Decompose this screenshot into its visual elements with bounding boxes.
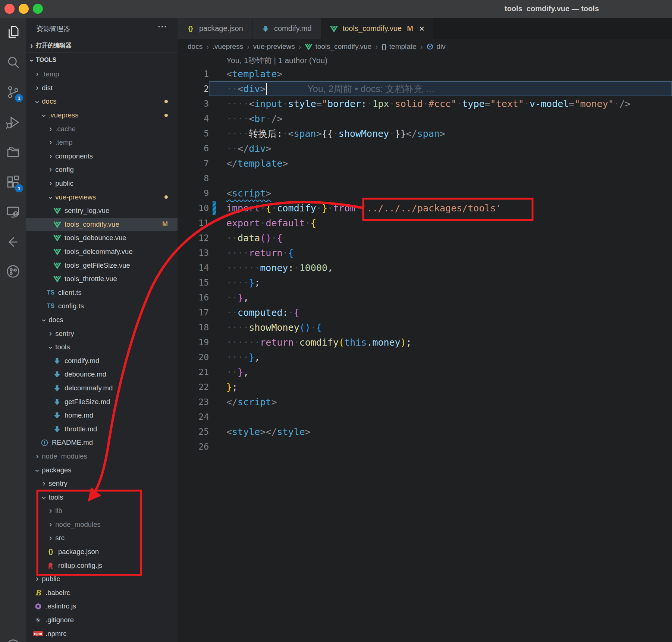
tree-item-delcommafy.md[interactable]: delcommafy.md	[26, 381, 178, 395]
close-icon[interactable]: ×	[419, 23, 424, 34]
tree-item-sentry-log.vue[interactable]: sentry_log.vue	[26, 204, 178, 218]
tree-item-tools-debounce.vue[interactable]: tools_debounce.vue	[26, 231, 178, 245]
tree-item-.babelrc[interactable]: B.babelrc	[26, 586, 178, 600]
more-actions-icon[interactable]: ⋯	[157, 21, 168, 32]
breadcrumb-item-vue-previews[interactable]: vue-previews	[253, 43, 295, 51]
vue-icon	[53, 221, 61, 228]
chevron-right-icon: ›	[49, 520, 52, 529]
explorer-header: 资源管理器 ⋯	[26, 18, 178, 39]
tab-package.json[interactable]: {}package.json	[178, 18, 252, 39]
tree-item-tools-delcommafy.vue[interactable]: tools_delcommafy.vue	[26, 245, 178, 259]
tree-item-debounce.md[interactable]: debounce.md	[26, 368, 178, 381]
minimize-window-button[interactable]	[19, 4, 29, 14]
tree-item-readme.md[interactable]: README.md	[26, 436, 178, 450]
tree-item-config.ts[interactable]: TSconfig.ts	[26, 299, 178, 313]
breadcrumb-item-.vuepress[interactable]: .vuepress	[213, 43, 243, 51]
tab-comdify.md[interactable]: comdify.md	[252, 18, 321, 39]
gitlens-icon[interactable]	[0, 230, 26, 254]
tree-item-label: client.ts	[58, 289, 82, 297]
tree-item-sentry[interactable]: ›sentry	[26, 477, 178, 491]
tree-item-.cache[interactable]: ›.cache	[26, 122, 178, 136]
tree-item-node-modules[interactable]: ›node_modules	[26, 518, 178, 532]
open-editors-section[interactable]: › 打开的编辑器	[26, 39, 178, 52]
tree-item-label: .gitignore	[45, 616, 74, 624]
tree-item-.eslintrc.js[interactable]: .eslintrc.js	[26, 599, 178, 613]
search-icon[interactable]	[0, 50, 26, 74]
line-number: 24	[178, 412, 209, 422]
tree-item-label: docs	[48, 316, 63, 324]
tree-item-public[interactable]: ›public	[26, 177, 178, 191]
account-icon[interactable]	[0, 634, 26, 642]
code-line-26: 26	[178, 439, 672, 454]
tree-item-label: .eslintrc.js	[45, 602, 76, 610]
line-number: 26	[178, 442, 209, 451]
tree-item-tools-throttle.vue[interactable]: tools_throttle.vue	[26, 272, 178, 286]
tree-item-tools-getfilesize.vue[interactable]: tools_getFileSize.vue	[26, 258, 178, 272]
source-control-icon[interactable]: 1	[0, 80, 26, 104]
tree-item-tools-comdify.vue[interactable]: tools_comdify.vueM	[26, 218, 178, 232]
tree-item-dist[interactable]: ›dist	[26, 81, 178, 95]
tree-item-client.ts[interactable]: TSclient.ts	[26, 286, 178, 300]
tree-item-components[interactable]: ›components	[26, 150, 178, 163]
line-number: 25	[178, 427, 209, 437]
tree-item-.temp[interactable]: ›.temp	[26, 67, 178, 81]
explorer-title: 资源管理器	[37, 24, 70, 33]
breadcrumb-separator: ›	[420, 43, 423, 51]
code-line-1: 1<template>	[178, 66, 672, 81]
tree-item-.npmrc[interactable]: npm.npmrc	[26, 627, 178, 641]
code-line-content: ····},	[209, 350, 672, 365]
tree-item-throttle.md[interactable]: throttle.md	[26, 422, 178, 436]
tree-item-home.md[interactable]: home.md	[26, 409, 178, 422]
tree-item-tools[interactable]: ›tools	[26, 340, 178, 354]
chevron-down-icon: ›	[33, 101, 41, 103]
remote-explorer-icon[interactable]	[0, 200, 26, 224]
code-line-17: 17··computed:·{	[178, 305, 672, 320]
code-line-15: 15····};	[178, 275, 672, 290]
breadcrumb-item-template[interactable]: {}template	[381, 43, 417, 51]
tree-item-lib[interactable]: ›lib	[26, 504, 178, 518]
tree-item-config[interactable]: ›config	[26, 163, 178, 177]
code-line-content: ······return·comdify(this.money);	[209, 335, 672, 350]
tree-item-src[interactable]: ›src	[26, 531, 178, 545]
tree-item-.temp[interactable]: ›.temp	[26, 136, 178, 150]
tree-item-.vuepress[interactable]: ›.vuepress	[26, 108, 178, 122]
tree-item-public[interactable]: ›public	[26, 572, 178, 586]
close-window-button[interactable]	[4, 4, 15, 14]
tree-item-comdify.md[interactable]: comdify.md	[26, 354, 178, 368]
tree-item-packages[interactable]: ›packages	[26, 463, 178, 477]
code-line-6: 6··</div>	[178, 141, 672, 156]
tree-item-docs[interactable]: ›docs	[26, 95, 178, 108]
breadcrumb-item-div[interactable]: div	[426, 43, 445, 51]
extensions-icon[interactable]: 1	[0, 170, 26, 194]
zoom-window-button[interactable]	[33, 4, 43, 14]
line-number: 12	[178, 233, 209, 243]
tree-item-tools[interactable]: ›tools	[26, 490, 178, 504]
code-line-19: 19······return·comdify(this.money);	[178, 335, 672, 350]
source-control-badge: 1	[15, 94, 23, 102]
tree-item-.gitignore[interactable]: .gitignore	[26, 613, 178, 627]
md-icon	[53, 358, 61, 364]
chevron-right-icon: ›	[43, 479, 45, 488]
tab-tools-comdify.vue[interactable]: tools_comdify.vueM×	[321, 18, 434, 39]
line-number: 15	[178, 278, 209, 287]
workspace-section-tools[interactable]: › TOOLS	[26, 52, 178, 67]
git-graph-icon[interactable]	[0, 259, 26, 283]
code-editor[interactable]: You, 1秒钟前 | 1 author (You) 1<template>2·…	[178, 54, 672, 642]
tree-item-label: home.md	[65, 411, 93, 419]
chevron-right-icon: ›	[49, 138, 52, 147]
breadcrumb-item-tools-comdify.vue[interactable]: tools_comdify.vue	[305, 43, 371, 51]
tree-item-sentry[interactable]: ›sentry	[26, 327, 178, 340]
tree-item-vue-previews[interactable]: ›vue-previews	[26, 190, 178, 204]
tree-item-docs[interactable]: ›docs	[26, 313, 178, 327]
tree-item-getfilesize.md[interactable]: getFileSize.md	[26, 395, 178, 409]
tree-item-label: node_modules	[55, 520, 100, 529]
explorer-icon[interactable]	[0, 20, 26, 44]
tree-item-rollup.config.js[interactable]: rollup.config.js	[26, 558, 178, 572]
folders-icon[interactable]	[0, 140, 26, 164]
tree-item-package.json[interactable]: {}package.json	[26, 545, 178, 559]
code-line-content: ··computed:·{	[209, 305, 672, 320]
breadcrumb-item-docs[interactable]: docs	[188, 43, 202, 51]
run-debug-icon[interactable]	[0, 110, 26, 134]
tree-item-node-modules[interactable]: ›node_modules	[26, 450, 178, 463]
codelens-annotation[interactable]: You, 1秒钟前 | 1 author (You)	[178, 54, 672, 66]
